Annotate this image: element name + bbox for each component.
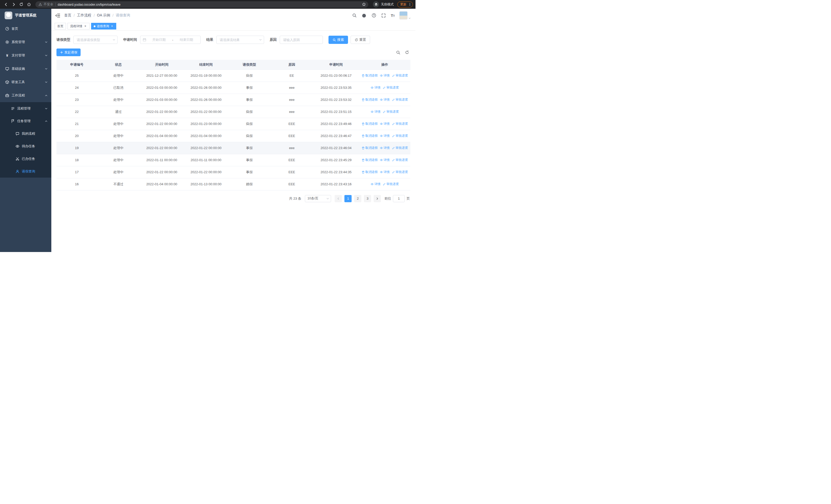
- tab-active[interactable]: 请假查询×: [91, 23, 116, 30]
- search-icon[interactable]: [352, 13, 357, 18]
- detail-link[interactable]: 详情: [371, 85, 381, 90]
- chat-icon: [16, 131, 20, 136]
- pager-next-button[interactable]: [374, 195, 381, 202]
- user-menu[interactable]: [399, 11, 411, 20]
- breadcrumb-item[interactable]: OA 示例: [97, 13, 110, 18]
- page-size-select[interactable]: 10条/页: [305, 195, 331, 202]
- chevron-up-icon: [45, 120, 48, 123]
- pager-page-button[interactable]: 1: [344, 195, 352, 202]
- logo-image: [5, 11, 12, 19]
- sidebar-item[interactable]: 首页: [0, 22, 51, 35]
- sidebar-item[interactable]: 基础设施: [0, 62, 51, 76]
- result-select[interactable]: [216, 36, 264, 44]
- reset-button[interactable]: 重置: [350, 36, 370, 44]
- apply-time-range-picker[interactable]: 开始日期 - 结束日期: [140, 36, 201, 44]
- cell-end: 2022-01-11 00:00:00: [184, 154, 228, 166]
- column-header: 原因: [270, 60, 313, 69]
- sidebar-item[interactable]: ¥支付管理: [0, 49, 51, 62]
- approval-progress-link[interactable]: 审批进度: [392, 170, 408, 174]
- approval-progress-link[interactable]: 审批进度: [392, 73, 408, 78]
- detail-link[interactable]: 详情: [380, 122, 390, 126]
- leave-type-select[interactable]: [74, 36, 118, 44]
- pen-icon: [392, 147, 395, 150]
- bookmark-star-icon[interactable]: [361, 1, 367, 8]
- reason-input[interactable]: [280, 36, 323, 44]
- goto-page-input[interactable]: [393, 195, 405, 202]
- sidebar-item[interactable]: 流程管理: [0, 102, 51, 115]
- detail-link[interactable]: 详情: [380, 97, 390, 102]
- tab-item[interactable]: 首页: [55, 23, 66, 30]
- detail-link[interactable]: 详情: [371, 182, 381, 186]
- cell-end: 2022-01-26 00:00:00: [184, 94, 228, 106]
- pen-icon: [383, 86, 386, 89]
- sidebar-item[interactable]: 待办任务: [0, 140, 51, 152]
- home-icon[interactable]: [26, 1, 32, 8]
- detail-link[interactable]: 详情: [371, 110, 381, 114]
- help-icon[interactable]: [371, 13, 376, 18]
- detail-link[interactable]: 详情: [380, 158, 390, 162]
- cell-status: 处理中: [97, 142, 140, 154]
- sidebar-item[interactable]: 研发工具: [0, 76, 51, 89]
- approval-progress-link[interactable]: 审批进度: [383, 182, 399, 186]
- sidebar-item[interactable]: 工作流程: [0, 89, 51, 102]
- approval-progress-link[interactable]: 审批进度: [392, 134, 408, 138]
- approval-progress-link[interactable]: 审批进度: [392, 146, 408, 150]
- sidebar-fold-icon[interactable]: [55, 12, 61, 18]
- tab-item[interactable]: 流程详情×: [67, 23, 90, 30]
- detail-link[interactable]: 详情: [380, 170, 390, 174]
- sidebar-item[interactable]: 我的流程: [0, 127, 51, 140]
- security-chip[interactable]: 不安全: [38, 2, 53, 7]
- approval-progress-link[interactable]: 审批进度: [392, 158, 408, 162]
- table-refresh-icon[interactable]: [405, 50, 409, 55]
- approval-progress-link[interactable]: 审批进度: [383, 110, 399, 114]
- menu-kebab-icon[interactable]: [408, 3, 412, 6]
- font-size-icon[interactable]: TT: [391, 13, 395, 18]
- pager-page-button[interactable]: 2: [354, 195, 361, 202]
- pager-prev-button[interactable]: [335, 195, 342, 202]
- approval-progress-link[interactable]: 审批进度: [392, 97, 408, 102]
- sidebar-item[interactable]: 任务管理: [0, 115, 51, 127]
- breadcrumb-item[interactable]: 工作流程: [77, 13, 91, 18]
- sidebar-item[interactable]: 系统管理: [0, 35, 51, 49]
- cancel-leave-link[interactable]: 取消请假: [362, 146, 378, 150]
- cancel-leave-link[interactable]: 取消请假: [362, 158, 378, 162]
- warning-icon: [38, 3, 42, 6]
- detail-link[interactable]: 详情: [380, 73, 390, 78]
- reason-field[interactable]: [280, 36, 323, 44]
- sidebar-item[interactable]: 已办任务: [0, 152, 51, 165]
- approval-progress-link[interactable]: 审批进度: [383, 85, 399, 90]
- detail-link[interactable]: 详情: [380, 134, 390, 138]
- github-icon[interactable]: [362, 13, 367, 18]
- leave-type-input[interactable]: [74, 36, 118, 44]
- avatar[interactable]: [399, 11, 407, 20]
- sidebar-item[interactable]: 请假查询: [0, 165, 51, 178]
- cancel-leave-link[interactable]: 取消请假: [362, 170, 378, 174]
- cancel-leave-link[interactable]: 取消请假: [362, 122, 378, 126]
- fullscreen-icon[interactable]: [381, 13, 386, 18]
- reload-icon[interactable]: [18, 1, 25, 8]
- pager-page-button[interactable]: 3: [364, 195, 371, 202]
- address-bar[interactable]: 不安全 dashboard.yudao.iocoder.cn/bpm/oa/le…: [35, 1, 368, 8]
- cancel-leave-link[interactable]: 取消请假: [362, 73, 378, 78]
- back-icon[interactable]: [3, 1, 9, 8]
- tab-close-icon[interactable]: ×: [84, 25, 87, 28]
- search-button[interactable]: 搜索: [328, 36, 348, 44]
- app-logo[interactable]: 芋道管理系统: [0, 9, 51, 22]
- breadcrumb-item[interactable]: 首页: [64, 13, 71, 18]
- cancel-leave-link[interactable]: 取消请假: [362, 134, 378, 138]
- update-button[interactable]: 更新: [397, 2, 413, 7]
- cell-reason: eee: [270, 142, 313, 154]
- cell-end: 2022-01-22 00:00:00: [184, 166, 228, 178]
- cancel-leave-link[interactable]: 取消请假: [362, 97, 378, 102]
- detail-link[interactable]: 详情: [380, 146, 390, 150]
- forward-icon[interactable]: [10, 1, 17, 8]
- approval-progress-link[interactable]: 审批进度: [392, 122, 408, 126]
- result-input[interactable]: [216, 36, 264, 44]
- sidebar-item-label: 请假查询: [22, 169, 48, 174]
- column-header: 申请时间: [313, 60, 359, 69]
- user-icon: [16, 169, 20, 174]
- create-leave-button[interactable]: 发起请假: [56, 49, 81, 56]
- tab-close-icon[interactable]: ×: [110, 25, 114, 28]
- table-search-toggle-icon[interactable]: [396, 50, 400, 55]
- cell-reason: EEE: [270, 166, 313, 178]
